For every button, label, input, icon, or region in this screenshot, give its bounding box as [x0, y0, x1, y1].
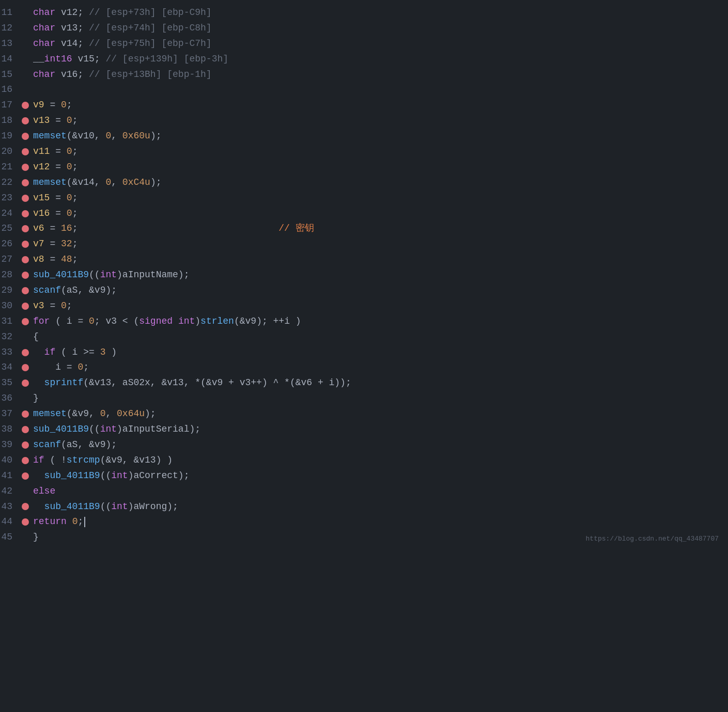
code-line: 39scanf(aS, &v9); — [0, 437, 728, 453]
token-code: (( — [100, 470, 112, 481]
token-code: ; — [83, 362, 89, 372]
token-code: = — [50, 193, 66, 203]
breakpoint-dot[interactable] — [22, 457, 29, 464]
breakpoint-dot[interactable] — [22, 133, 29, 140]
breakpoint-dot[interactable] — [22, 303, 29, 310]
token-code: (&v9); ++i ) — [234, 316, 301, 326]
breakpoint-dot[interactable] — [22, 272, 29, 279]
breakpoint-dot[interactable] — [22, 148, 29, 155]
token-num: 0 — [72, 516, 78, 527]
token-kw-type: int — [178, 316, 195, 326]
breakpoint-dot[interactable] — [22, 241, 29, 248]
code-line: 19memset(&v10, 0, 0x60u); — [0, 129, 728, 144]
line-number: 35 — [0, 376, 22, 390]
token-num: 0xC4u — [122, 177, 150, 187]
line-number: 34 — [0, 360, 22, 375]
breakpoint-dot[interactable] — [22, 117, 29, 124]
token-code: = — [44, 239, 61, 249]
code-line: 12char v13; // [esp+74h] [ebp-C8h] — [0, 21, 728, 36]
code-text: v12 = 0; — [33, 160, 78, 175]
breakpoint-dot[interactable] — [22, 518, 29, 526]
token-code: ; — [72, 223, 78, 233]
breakpoint-dot[interactable] — [22, 426, 29, 433]
code-text: memset(&v10, 0, 0x60u); — [33, 129, 161, 144]
token-func: sub_4011B9 — [33, 424, 89, 434]
breakpoint-dot[interactable] — [22, 379, 29, 387]
token-num: 0x64u — [117, 408, 145, 419]
line-number: 18 — [0, 114, 22, 128]
breakpoint-dot[interactable] — [22, 472, 29, 480]
token-var: v13 — [33, 115, 50, 125]
breakpoint-dot[interactable] — [22, 287, 29, 294]
token-code: (aS, &v9); — [61, 285, 117, 295]
token-num: 0 — [61, 300, 67, 311]
token-code — [67, 516, 72, 527]
code-line: 21v12 = 0; — [0, 160, 728, 175]
breakpoint-dot[interactable] — [22, 195, 29, 202]
token-func: scanf — [33, 285, 61, 295]
token-code — [33, 377, 44, 388]
code-text: for ( i = 0; v3 < (signed int)strlen(&v9… — [33, 314, 301, 329]
breakpoint-dot[interactable] — [22, 349, 29, 356]
token-code: v15; — [72, 54, 106, 64]
token-var: v9 — [33, 100, 44, 110]
code-text: char v13; // [esp+74h] [ebp-C8h] — [33, 21, 212, 36]
breakpoint-dot[interactable] — [22, 410, 29, 418]
breakpoint-dot[interactable] — [22, 256, 29, 263]
code-text: char v16; // [esp+13Bh] [ebp-1h] — [33, 68, 212, 82]
breakpoint-dot[interactable] — [22, 318, 29, 325]
line-number: 41 — [0, 469, 22, 483]
bp-placeholder — [22, 40, 29, 48]
token-kw-type: char — [33, 38, 55, 49]
token-code: (aS, &v9); — [61, 439, 117, 450]
code-line: 23v15 = 0; — [0, 191, 728, 206]
token-num: 0 — [67, 115, 72, 125]
code-text: sub_4011B9((int)aWrong); — [33, 500, 178, 514]
bp-placeholder — [22, 56, 29, 63]
breakpoint-dot[interactable] — [22, 179, 29, 186]
breakpoint-dot[interactable] — [22, 210, 29, 217]
token-code: v14; — [55, 38, 89, 49]
token-code: (&v14, — [67, 177, 106, 187]
code-line: 41 sub_4011B9((int)aCorrect); — [0, 468, 728, 484]
breakpoint-dot[interactable] — [22, 164, 29, 171]
token-num: 0 — [105, 177, 111, 187]
token-code: ; — [67, 100, 72, 110]
code-line: 33 if ( i >= 3 ) — [0, 345, 728, 360]
code-text: sprintf(&v13, aS02x, &v13, *(&v9 + v3++)… — [33, 376, 351, 390]
token-code: = — [50, 115, 66, 125]
line-number: 23 — [0, 191, 22, 205]
breakpoint-dot[interactable] — [22, 441, 29, 449]
breakpoint-dot[interactable] — [22, 102, 29, 109]
code-line: 31for ( i = 0; v3 < (signed int)strlen(&… — [0, 314, 728, 329]
breakpoint-dot[interactable] — [22, 503, 29, 510]
code-line: 40if ( !strcmp(&v9, &v13) ) — [0, 453, 728, 468]
bp-placeholder — [22, 488, 29, 495]
token-code: ; v3 < ( — [95, 316, 139, 326]
code-text: v9 = 0; — [33, 98, 72, 113]
token-kw-type: int16 — [44, 54, 72, 64]
token-func: scanf — [33, 439, 61, 450]
token-code: )aWrong); — [128, 501, 178, 512]
breakpoint-dot[interactable] — [22, 364, 29, 371]
code-text: v7 = 32; — [33, 237, 78, 251]
breakpoint-dot[interactable] — [22, 225, 29, 232]
token-code: = — [50, 146, 66, 156]
line-number: 32 — [0, 330, 22, 344]
token-func: memset — [33, 131, 67, 141]
watermark: https://blog.csdn.net/qq_43487707 — [586, 534, 719, 544]
code-text: if ( i >= 3 ) — [33, 345, 117, 360]
token-code: i = — [33, 362, 78, 372]
code-text: v16 = 0; — [33, 207, 78, 221]
code-text: __int16 v15; // [esp+139h] [ebp-3h] — [33, 52, 228, 67]
text-cursor — [84, 517, 85, 527]
line-number: 11 — [0, 6, 22, 20]
code-text: sub_4011B9((int)aInputSerial); — [33, 422, 200, 437]
line-number: 42 — [0, 484, 22, 499]
bp-placeholder — [22, 334, 29, 341]
line-number: 27 — [0, 252, 22, 267]
token-func: sub_4011B9 — [44, 501, 100, 512]
token-code: ); — [145, 408, 156, 419]
token-code: v12; — [55, 7, 89, 18]
code-line: 14__int16 v15; // [esp+139h] [ebp-3h] — [0, 52, 728, 67]
